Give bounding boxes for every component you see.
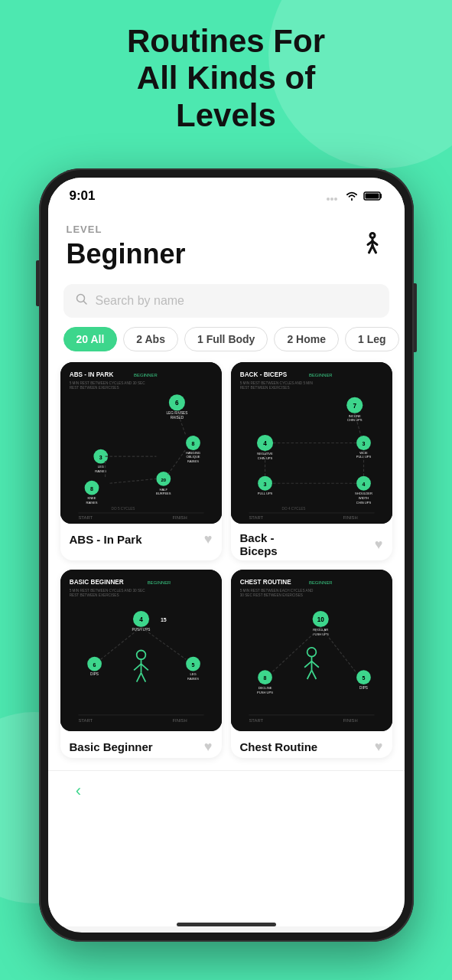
svg-text:7: 7 xyxy=(353,403,356,410)
headline-line3: Levels xyxy=(176,97,276,133)
svg-text:REST BETWEEN EXERCISES: REST BETWEEN EXERCISES xyxy=(69,593,119,597)
headline-line1: Routines For xyxy=(127,23,325,59)
svg-line-10 xyxy=(372,246,376,253)
phone-shell: 9:01 xyxy=(39,168,414,942)
heart-icon-chest[interactable]: ♥ xyxy=(375,739,383,755)
svg-text:3: 3 xyxy=(263,482,266,487)
workout-title-back: Back -Biceps xyxy=(240,531,278,557)
svg-text:START: START xyxy=(78,515,93,520)
svg-text:8: 8 xyxy=(191,441,194,446)
svg-text:8: 8 xyxy=(90,486,93,492)
svg-text:15: 15 xyxy=(160,617,166,622)
workout-grid: ABS - IN PARK BEGINNER 5 MIN REST BETWEE… xyxy=(48,362,405,770)
search-placeholder: Search by name xyxy=(96,294,185,308)
level-title: Beginner xyxy=(67,238,186,270)
svg-text:DECLINE: DECLINE xyxy=(258,686,272,690)
svg-text:DO 4 CYCLES: DO 4 CYCLES xyxy=(281,507,305,511)
workout-label-abs: ABS - In Park ♥ xyxy=(60,524,222,550)
svg-text:20: 20 xyxy=(161,478,166,482)
heart-icon-basic[interactable]: ♥ xyxy=(204,739,213,755)
svg-text:3: 3 xyxy=(362,441,365,446)
svg-text:START: START xyxy=(249,515,263,520)
svg-text:DIPS: DIPS xyxy=(90,672,99,676)
svg-text:CHIN UPS: CHIN UPS xyxy=(356,501,371,505)
svg-rect-4 xyxy=(365,194,379,199)
svg-text:5 MIN REST BETWEEN EACH CYCLES: 5 MIN REST BETWEEN EACH CYCLES AND xyxy=(239,589,313,593)
svg-text:PULL UPS: PULL UPS xyxy=(257,492,272,495)
svg-text:REGULAR: REGULAR xyxy=(313,628,328,632)
svg-text:8: 8 xyxy=(263,675,266,681)
chip-home[interactable]: 2 Home xyxy=(274,327,339,351)
battery-icon xyxy=(363,191,383,201)
chip-all[interactable]: 20 All xyxy=(63,327,118,351)
svg-text:DO 5 CYCLES: DO 5 CYCLES xyxy=(111,507,135,511)
svg-text:FINISH: FINISH xyxy=(343,718,357,723)
level-label: LEVEL xyxy=(67,224,186,235)
headline-line2: All Kinds of xyxy=(137,60,315,96)
workout-card-back[interactable]: BACK - BICEPS BEGINNER 5 MIN REST BETWEE… xyxy=(231,362,392,560)
svg-text:PUSH UPS: PUSH UPS xyxy=(257,691,273,694)
svg-text:BEGINNER: BEGINNER xyxy=(134,373,158,377)
workout-label-back: Back -Biceps ♥ xyxy=(231,524,392,560)
svg-text:5: 5 xyxy=(191,662,194,668)
svg-text:3: 3 xyxy=(99,455,102,460)
search-icon xyxy=(76,293,88,309)
level-header: LEVEL Beginner xyxy=(48,208,405,278)
workout-title-abs: ABS - In Park xyxy=(70,533,142,546)
content-area[interactable]: LEVEL Beginner xyxy=(48,208,405,926)
svg-text:BURPEES: BURPEES xyxy=(156,492,171,495)
svg-text:4: 4 xyxy=(362,482,365,487)
svg-text:BEGINNER: BEGINNER xyxy=(308,580,332,585)
svg-text:CHIN UPS: CHIN UPS xyxy=(346,418,362,422)
workout-card-abs[interactable]: ABS - IN PARK BEGINNER 5 MIN REST BETWEE… xyxy=(60,362,222,560)
workout-card-chest[interactable]: CHEST ROUTINE BEGINNER 5 MIN REST BETWEE… xyxy=(231,570,392,758)
svg-text:OBLIQUE: OBLIQUE xyxy=(186,455,200,459)
status-icons xyxy=(327,191,383,201)
workout-title-basic: Basic Beginner xyxy=(70,740,153,753)
svg-text:HANGING: HANGING xyxy=(185,451,200,455)
svg-text:5 MIN REST BETWEEN CYCLES AND : 5 MIN REST BETWEEN CYCLES AND 30 SEC xyxy=(69,381,145,385)
svg-text:4: 4 xyxy=(263,440,267,447)
svg-point-1 xyxy=(330,198,333,201)
person-icon xyxy=(359,230,386,257)
svg-text:REST BETWEEN EXERCISES: REST BETWEEN EXERCISES xyxy=(69,386,119,390)
workout-label-chest: Chest Routine ♥ xyxy=(231,731,392,758)
svg-text:RAISED: RAISED xyxy=(170,416,184,420)
svg-text:LEG: LEG xyxy=(190,672,196,676)
svg-text:30 SEC REST BETWEEN EXERCISES: 30 SEC REST BETWEEN EXERCISES xyxy=(239,593,302,597)
workout-image-abs: ABS - IN PARK BEGINNER 5 MIN REST BETWEE… xyxy=(60,362,222,524)
svg-text:5 MIN REST BETWEEN CYCLES AND : 5 MIN REST BETWEEN CYCLES AND 30 SEC xyxy=(69,589,145,593)
wifi-icon xyxy=(345,191,359,201)
svg-text:6: 6 xyxy=(93,662,96,668)
workout-card-basic[interactable]: BASIC BEGINNER BEGINNER 5 MIN REST BETWE… xyxy=(60,570,222,758)
svg-text:LEG: LEG xyxy=(97,465,103,469)
svg-text:KNEE: KNEE xyxy=(87,496,96,500)
svg-text:ABS - IN PARK: ABS - IN PARK xyxy=(69,371,113,378)
back-button[interactable]: ‹ xyxy=(67,779,91,803)
svg-text:FINISH: FINISH xyxy=(172,515,187,520)
bottom-nav: ‹ xyxy=(48,770,405,815)
home-indicator xyxy=(177,923,276,926)
heart-icon-back[interactable]: ♥ xyxy=(375,537,383,553)
svg-text:BACK - BICEPS: BACK - BICEPS xyxy=(239,371,287,378)
headline: Routines For All Kinds of Levels xyxy=(0,23,452,134)
svg-text:6: 6 xyxy=(175,400,179,407)
workout-title-chest: Chest Routine xyxy=(240,740,318,753)
svg-text:BEGINNER: BEGINNER xyxy=(308,373,332,377)
svg-text:CHEST ROUTINE: CHEST ROUTINE xyxy=(239,579,291,586)
svg-text:10: 10 xyxy=(317,616,324,623)
workout-image-chest: CHEST ROUTINE BEGINNER 5 MIN REST BETWEE… xyxy=(231,570,392,731)
svg-text:RAISES: RAISES xyxy=(187,677,198,681)
svg-text:SHOULDER: SHOULDER xyxy=(355,492,372,495)
chip-fullbody[interactable]: 1 Full Body xyxy=(184,327,268,351)
chip-abs[interactable]: 2 Abs xyxy=(123,327,178,351)
chip-leg[interactable]: 1 Leg xyxy=(345,327,399,351)
svg-text:5: 5 xyxy=(362,675,365,681)
filter-chips: 20 All 2 Abs 1 Full Body 2 Home 1 Leg xyxy=(48,327,405,362)
heart-icon-abs[interactable]: ♥ xyxy=(204,531,213,547)
level-info: LEVEL Beginner xyxy=(67,224,186,270)
search-bar[interactable]: Search by name xyxy=(63,284,389,318)
svg-text:HALF: HALF xyxy=(159,488,167,492)
svg-text:WIDTH: WIDTH xyxy=(358,496,368,500)
phone-screen: 9:01 xyxy=(48,178,405,933)
